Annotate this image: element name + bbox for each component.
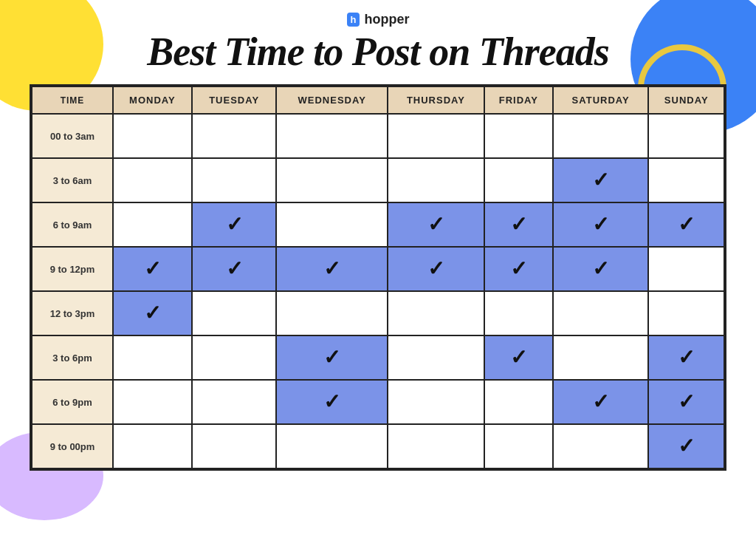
cell-5-saturday: [553, 335, 649, 380]
cell-7-friday: [484, 424, 553, 468]
cell-6-saturday: ✓: [553, 380, 649, 424]
checkmark-icon: ✓: [226, 257, 243, 280]
cell-6-thursday: [388, 380, 484, 424]
page-container: h hopper Best Time to Post on Threads TI…: [0, 0, 756, 535]
col-header-friday: FRIDAY: [484, 86, 553, 114]
cell-7-monday: [113, 424, 192, 468]
schedule-table: TIME MONDAY TUESDAY WEDNESDAY THURSDAY F…: [31, 86, 725, 469]
checkmark-icon: ✓: [510, 346, 527, 369]
cell-6-sunday: ✓: [648, 380, 724, 424]
checkmark-icon: ✓: [323, 257, 340, 280]
checkmark-icon: ✓: [323, 346, 340, 369]
page-title: Best Time to Post on Threads: [147, 30, 609, 74]
checkmark-icon: ✓: [592, 390, 609, 413]
checkmark-icon: ✓: [678, 213, 695, 236]
time-cell: 12 to 3pm: [32, 291, 113, 335]
cell-5-thursday: [388, 335, 484, 380]
cell-7-saturday: [553, 424, 649, 468]
cell-2-thursday: ✓: [388, 202, 484, 247]
cell-6-wednesday: ✓: [276, 380, 388, 424]
cell-3-sunday: [648, 247, 724, 291]
cell-0-thursday: [388, 114, 484, 158]
cell-0-friday: [484, 114, 553, 158]
cell-1-sunday: [648, 158, 724, 202]
time-cell: 00 to 3am: [32, 114, 113, 158]
cell-2-tuesday: ✓: [192, 202, 277, 247]
checkmark-icon: ✓: [678, 346, 695, 369]
cell-6-monday: [113, 380, 192, 424]
cell-7-tuesday: [192, 424, 277, 468]
checkmark-icon: ✓: [510, 213, 527, 236]
cell-7-sunday: ✓: [648, 424, 724, 468]
cell-3-wednesday: ✓: [276, 247, 388, 291]
cell-3-saturday: ✓: [553, 247, 649, 291]
cell-4-friday: [484, 291, 553, 335]
cell-4-monday: ✓: [113, 291, 192, 335]
cell-3-tuesday: ✓: [192, 247, 277, 291]
cell-7-thursday: [388, 424, 484, 468]
col-header-monday: MONDAY: [113, 86, 192, 114]
cell-4-wednesday: [276, 291, 388, 335]
cell-3-monday: ✓: [113, 247, 192, 291]
cell-6-friday: [484, 380, 553, 424]
cell-5-sunday: ✓: [648, 335, 724, 380]
cell-5-friday: ✓: [484, 335, 553, 380]
col-header-saturday: SATURDAY: [553, 86, 649, 114]
cell-2-saturday: ✓: [553, 202, 649, 247]
cell-2-friday: ✓: [484, 202, 553, 247]
checkmark-icon: ✓: [427, 257, 444, 280]
cell-2-monday: [113, 202, 192, 247]
cell-5-tuesday: [192, 335, 277, 380]
table-row: 00 to 3am: [32, 114, 724, 158]
time-cell: 6 to 9am: [32, 202, 113, 247]
time-cell: 3 to 6am: [32, 158, 113, 202]
cell-2-sunday: ✓: [648, 202, 724, 247]
cell-1-friday: [484, 158, 553, 202]
cell-1-thursday: [388, 158, 484, 202]
cell-1-wednesday: [276, 158, 388, 202]
time-cell: 9 to 00pm: [32, 424, 113, 468]
cell-4-tuesday: [192, 291, 277, 335]
cell-1-saturday: ✓: [553, 158, 649, 202]
logo-text: hopper: [364, 12, 409, 27]
cell-4-thursday: [388, 291, 484, 335]
cell-5-wednesday: ✓: [276, 335, 388, 380]
table-row: 9 to 12pm✓✓✓✓✓✓: [32, 247, 724, 291]
table-header-row: TIME MONDAY TUESDAY WEDNESDAY THURSDAY F…: [32, 86, 724, 114]
checkmark-icon: ✓: [323, 390, 340, 413]
checkmark-icon: ✓: [678, 390, 695, 413]
table-row: 3 to 6am✓: [32, 158, 724, 202]
cell-0-wednesday: [276, 114, 388, 158]
cell-1-monday: [113, 158, 192, 202]
cell-6-tuesday: [192, 380, 277, 424]
col-header-time: TIME: [32, 86, 113, 114]
cell-5-monday: [113, 335, 192, 380]
checkmark-icon: ✓: [678, 435, 695, 457]
cell-2-wednesday: [276, 202, 388, 247]
header: h hopper Best Time to Post on Threads: [30, 12, 726, 74]
cell-3-friday: ✓: [484, 247, 553, 291]
checkmark-icon: ✓: [144, 301, 161, 324]
cell-7-wednesday: [276, 424, 388, 468]
cell-0-saturday: [553, 114, 649, 158]
table-row: 6 to 9pm✓✓✓: [32, 380, 724, 424]
cell-0-sunday: [648, 114, 724, 158]
table-row: 3 to 6pm✓✓✓: [32, 335, 724, 380]
checkmark-icon: ✓: [144, 257, 161, 280]
schedule-table-wrapper: TIME MONDAY TUESDAY WEDNESDAY THURSDAY F…: [30, 84, 726, 471]
checkmark-icon: ✓: [592, 213, 609, 236]
cell-4-sunday: [648, 291, 724, 335]
table-row: 6 to 9am✓✓✓✓✓: [32, 202, 724, 247]
checkmark-icon: ✓: [510, 257, 527, 280]
time-cell: 6 to 9pm: [32, 380, 113, 424]
table-row: 9 to 00pm✓: [32, 424, 724, 468]
checkmark-icon: ✓: [226, 213, 243, 236]
time-cell: 9 to 12pm: [32, 247, 113, 291]
checkmark-icon: ✓: [427, 213, 444, 236]
col-header-tuesday: TUESDAY: [192, 86, 277, 114]
cell-4-saturday: [553, 291, 649, 335]
col-header-thursday: THURSDAY: [388, 86, 484, 114]
cell-1-tuesday: [192, 158, 277, 202]
checkmark-icon: ✓: [592, 257, 609, 280]
cell-0-monday: [113, 114, 192, 158]
